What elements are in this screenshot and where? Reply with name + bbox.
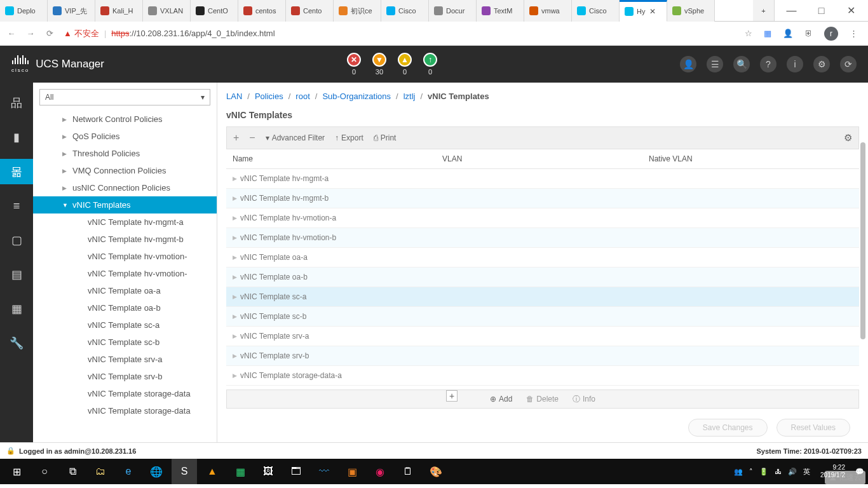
tray-chevron-icon[interactable]: ˄ xyxy=(749,468,753,476)
status-badge[interactable]: ▲0 xyxy=(398,53,412,76)
tree-filter-dropdown[interactable]: All ▾ xyxy=(39,89,210,105)
chrome-icon[interactable]: 🌐 xyxy=(144,459,169,484)
user-menu-icon[interactable]: 👤 xyxy=(680,56,696,72)
browser-tab[interactable]: Cisco xyxy=(381,0,429,22)
ie-icon[interactable]: e xyxy=(116,459,141,484)
browser-tab[interactable]: Cento xyxy=(286,0,334,22)
rail-lan[interactable]: 몲 xyxy=(0,159,33,184)
new-tab-button[interactable]: + xyxy=(753,0,775,21)
browser-tab[interactable]: Deplo xyxy=(0,0,48,22)
expand-icon[interactable]: ▶ xyxy=(233,195,240,201)
tree-node[interactable]: vNIC Template oa-b xyxy=(33,299,217,316)
help-icon[interactable]: ? xyxy=(760,56,776,72)
profile-avatar[interactable]: r xyxy=(824,27,838,41)
rail-storage[interactable]: ▤ xyxy=(0,262,33,287)
browser-tab[interactable]: VXLAN xyxy=(143,0,191,22)
tree-node[interactable]: vNIC Template hv-vmotion- xyxy=(33,248,217,265)
breadcrumb-item[interactable]: LAN xyxy=(226,92,242,101)
browser-tab[interactable]: centos xyxy=(238,0,286,22)
expand-icon[interactable]: ▶ xyxy=(233,234,240,241)
col-name[interactable]: Name xyxy=(233,154,442,163)
tree-node[interactable]: ▶QoS Policies xyxy=(33,128,217,145)
tree-node[interactable]: vNIC Template oa-a xyxy=(33,282,217,299)
footer-add[interactable]: ⊕ Add xyxy=(490,395,512,403)
sublime-icon[interactable]: S xyxy=(172,459,197,484)
close-icon[interactable]: ✕ xyxy=(649,7,656,16)
breadcrumb-item[interactable]: lztlj xyxy=(403,92,416,101)
window-close[interactable]: ✕ xyxy=(837,2,865,20)
table-row[interactable]: ▶vNIC Template sc-b xyxy=(226,307,859,327)
toolbar-export[interactable]: ↑Export xyxy=(335,133,363,142)
window-maximize[interactable]: □ xyxy=(807,2,836,20)
file-explorer-icon[interactable]: 🗂 xyxy=(88,459,113,484)
expand-icon[interactable]: ▶ xyxy=(233,372,240,379)
nav-back[interactable]: ← xyxy=(6,29,17,38)
status-badge[interactable]: ✕0 xyxy=(347,53,361,76)
table-row[interactable]: ▶vNIC Template storage-data-a xyxy=(226,366,859,386)
rail-san[interactable]: ≡ xyxy=(0,193,33,219)
tree-node[interactable]: vNIC Template hv-vmotion- xyxy=(33,265,217,282)
refresh-icon[interactable]: ⟳ xyxy=(840,56,857,72)
rail-equipment[interactable]: 品 xyxy=(0,90,33,116)
gear-icon[interactable]: ⚙ xyxy=(813,56,830,72)
app-icon-4[interactable]: ◉ xyxy=(367,459,393,484)
network-icon[interactable]: 🖧 xyxy=(775,468,782,475)
reset-button[interactable]: Reset Values xyxy=(776,419,850,437)
app-icon-5[interactable]: 🗒 xyxy=(395,459,421,484)
tree-node[interactable]: ▶usNIC Connection Policies xyxy=(33,179,217,196)
browser-tab[interactable]: VIP_先 xyxy=(48,0,95,22)
browser-tab[interactable]: 初识ce xyxy=(334,0,381,22)
browser-tab[interactable]: Cisco xyxy=(572,0,620,22)
breadcrumb-item[interactable]: root xyxy=(295,92,309,101)
rail-vm[interactable]: ▢ xyxy=(0,227,33,253)
floating-add-button[interactable]: + xyxy=(446,390,458,402)
tree-node[interactable]: ▶VMQ Connection Policies xyxy=(33,162,217,179)
tree-node[interactable]: vNIC Template hv-mgmt-a xyxy=(33,214,217,231)
vm-icon[interactable]: ▣ xyxy=(339,459,365,484)
app-icon-2[interactable]: 🖼 xyxy=(255,459,281,484)
save-button[interactable]: Save Changes xyxy=(688,419,768,437)
ime-indicator[interactable]: 英 xyxy=(803,467,810,477)
breadcrumb-item[interactable]: Sub-Organizations xyxy=(322,92,391,101)
browser-tab[interactable]: Docur xyxy=(429,0,477,22)
toolbar-print[interactable]: ⎙Print xyxy=(374,133,397,142)
shield-icon[interactable]: ⛨ xyxy=(804,29,813,38)
expand-icon[interactable]: ▶ xyxy=(233,333,240,339)
expand-icon[interactable]: ▶ xyxy=(233,353,240,359)
window-minimize[interactable]: — xyxy=(777,2,806,20)
col-vlan[interactable]: VLAN xyxy=(442,154,649,163)
status-badge[interactable]: ▼30 xyxy=(372,53,386,76)
tree-node[interactable]: ▶Threshold Policies xyxy=(33,145,217,162)
wireshark-icon[interactable]: 〰 xyxy=(311,459,337,484)
browser-tab[interactable]: TextM xyxy=(477,0,524,22)
tree-node[interactable]: vNIC Template storage-data xyxy=(33,385,217,402)
browser-tab[interactable]: Kali_H xyxy=(95,0,143,22)
cortana-icon[interactable]: ○ xyxy=(32,459,57,484)
volume-icon[interactable]: 🔊 xyxy=(788,468,797,476)
extension-icon[interactable]: ▦ xyxy=(764,29,771,38)
tree-node[interactable]: vNIC Template sc-b xyxy=(33,334,217,351)
expand-icon[interactable]: ▶ xyxy=(233,175,240,182)
table-row[interactable]: ▶vNIC Template oa-a xyxy=(226,248,859,268)
task-view-icon[interactable]: ⧉ xyxy=(60,459,85,484)
tree-node[interactable]: ▶Network Control Policies xyxy=(33,111,217,128)
status-badge[interactable]: ↑0 xyxy=(423,53,437,76)
table-row[interactable]: ▶vNIC Template hv-mgmt-b xyxy=(226,189,859,208)
search-icon[interactable]: 🔍 xyxy=(733,56,750,72)
browser-tab[interactable]: vSphe xyxy=(667,0,715,22)
rail-servers[interactable]: ▮ xyxy=(0,125,33,150)
table-row[interactable]: ▶vNIC Template hv-vmotion-b xyxy=(226,228,859,248)
battery-icon[interactable]: 🔋 xyxy=(759,468,768,476)
toolbar-add[interactable]: + xyxy=(233,132,239,144)
table-row[interactable]: ▶vNIC Template sc-a xyxy=(226,287,859,307)
expand-icon[interactable]: ▶ xyxy=(233,215,240,221)
tree-node[interactable]: vNIC Template storage-data xyxy=(33,402,217,419)
info-icon[interactable]: i xyxy=(787,56,803,72)
rail-chassis[interactable]: ▦ xyxy=(0,296,33,322)
table-row[interactable]: ▶vNIC Template hv-mgmt-a xyxy=(226,169,859,189)
breadcrumb-item[interactable]: Policies xyxy=(255,92,283,101)
tree-node[interactable]: vNIC Template hv-mgmt-b xyxy=(33,231,217,248)
nav-reload[interactable]: ⟳ xyxy=(44,29,55,38)
expand-icon[interactable]: ▶ xyxy=(233,274,240,280)
bookmark-icon[interactable]: ☆ xyxy=(745,29,752,38)
